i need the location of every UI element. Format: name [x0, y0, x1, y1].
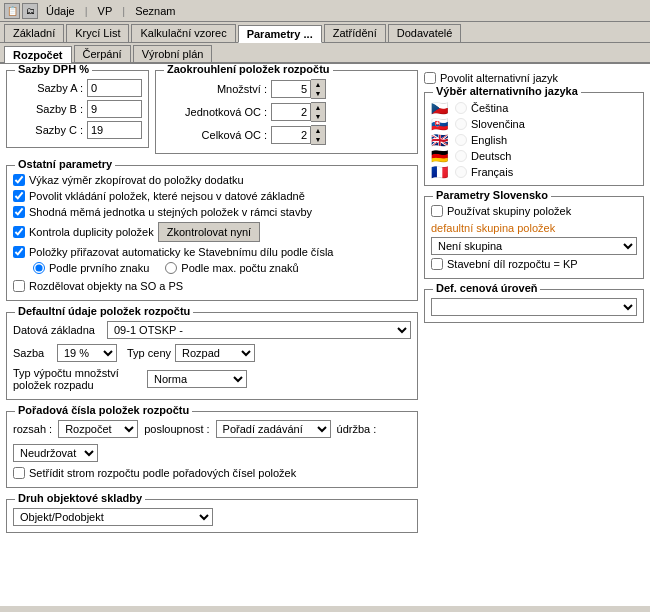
checkbox-vkladani-label: Povolit vkládání položek, které nejsou v…: [29, 190, 305, 202]
defaultni-skupina-select[interactable]: Není skupina: [431, 237, 637, 255]
lang-deutsch: 🇩🇪 Deutsch: [431, 149, 637, 163]
app-icon: 📋: [4, 3, 20, 19]
tab-cerpani[interactable]: Čerpání: [74, 45, 131, 62]
radio-english[interactable]: [455, 134, 467, 146]
checkbox-setridit[interactable]: [13, 467, 25, 479]
sazby-c-label: Sazby C :: [13, 124, 83, 136]
mnozstvi-down[interactable]: ▼: [311, 89, 325, 98]
poradova-cisla-group: Pořadová čísla položek rozpočtu rozsah :…: [6, 411, 418, 488]
tab-kryci-list[interactable]: Krycí List: [66, 24, 129, 42]
radio-slovencina[interactable]: [455, 118, 467, 130]
sazby-dph-group: Sazby DPH % Sazby A : Sazby B : Sazby C …: [6, 70, 149, 148]
celkova-oc-down[interactable]: ▼: [311, 135, 325, 144]
sazby-a-input[interactable]: [87, 79, 142, 97]
posloupnost-select[interactable]: Pořadí zadávání: [216, 420, 331, 438]
lang-english: 🇬🇧 English: [431, 133, 637, 147]
tab-bar-top: Základní Krycí List Kalkulační vzorec Pa…: [0, 22, 650, 43]
lang-english-label: English: [471, 134, 541, 146]
mnozstvi-spinner[interactable]: ▲ ▼: [271, 79, 326, 99]
radio-deutsch[interactable]: [455, 150, 467, 162]
checkbox-vykaz[interactable]: [13, 174, 25, 186]
datova-zakladna-label: Datová základna: [13, 324, 103, 336]
radio-cestina[interactable]: [455, 102, 467, 114]
tab-dodavatele[interactable]: Dodavatelé: [388, 24, 462, 42]
celkova-oc-label: Celková OC :: [162, 129, 267, 141]
checkbox-shodna-label: Shodná měmá jednotka u stejných položek …: [29, 206, 312, 218]
menu-item-seznam[interactable]: Seznam: [129, 3, 181, 19]
typ-ceny-label: Typ ceny: [127, 347, 171, 359]
sazby-c-input[interactable]: [87, 121, 142, 139]
menu-item-vp[interactable]: VP: [92, 3, 119, 19]
celkova-oc-input[interactable]: [271, 126, 311, 144]
jednotkova-oc-spinner[interactable]: ▲ ▼: [271, 102, 326, 122]
checkbox-vykaz-label: Výkaz výměr zkopírovat do položky dodatk…: [29, 174, 244, 186]
sazby-a-label: Sazby A :: [13, 82, 83, 94]
radio-prvni-label: Podle prvního znaku: [49, 262, 149, 274]
jednotkova-oc-down[interactable]: ▼: [311, 112, 325, 121]
radio-max-znaku[interactable]: [165, 262, 177, 274]
typ-vypoctu-select[interactable]: Norma: [147, 370, 247, 388]
radio-francais[interactable]: [455, 166, 467, 178]
menu-item-udaje[interactable]: Údaje: [40, 3, 81, 19]
jednotkova-oc-label: Jednotková OC :: [162, 106, 267, 118]
mnozstvi-up[interactable]: ▲: [311, 80, 325, 89]
def-cenova-select[interactable]: [431, 298, 637, 316]
lang-cestina-label: Čeština: [471, 102, 541, 114]
checkbox-skupiny-polozek[interactable]: [431, 205, 443, 217]
tab-zakladni[interactable]: Základní: [4, 24, 64, 42]
radio-max-label: Podle max. počtu znaků: [181, 262, 298, 274]
flag-de: 🇩🇪: [431, 150, 451, 162]
tab-kalkulacni-vzorec[interactable]: Kalkulační vzorec: [131, 24, 235, 42]
sazby-dph-title: Sazby DPH %: [15, 64, 92, 75]
rozsah-select[interactable]: Rozpočet: [58, 420, 138, 438]
checkbox-shodna[interactable]: [13, 206, 25, 218]
alternativni-jazyk-checkbox[interactable]: [424, 72, 436, 84]
flag-gb: 🇬🇧: [431, 134, 451, 146]
sazby-b-input[interactable]: [87, 100, 142, 118]
celkova-oc-spinner[interactable]: ▲ ▼: [271, 125, 326, 145]
datova-zakladna-select[interactable]: 09-1 OTSKP -: [107, 321, 411, 339]
lang-deutsch-label: Deutsch: [471, 150, 541, 162]
tab-zatrideni[interactable]: Zatřídění: [324, 24, 386, 42]
checkbox-duplicity[interactable]: [13, 226, 25, 238]
lang-slovencina-label: Slovenčina: [471, 118, 541, 130]
udrzba-select[interactable]: Neudržovat: [13, 444, 98, 462]
checkbox-polozky[interactable]: [13, 246, 25, 258]
jednotkova-oc-up[interactable]: ▲: [311, 103, 325, 112]
checkbox-so-label: Rozdělovat objekty na SO a PS: [29, 280, 183, 292]
typ-ceny-select[interactable]: Rozpad: [175, 344, 255, 362]
sep2: |: [120, 5, 127, 17]
sep1: |: [83, 5, 90, 17]
checkbox-stavebni-dil-label: Stavební díl rozpočtu = KP: [447, 258, 578, 270]
checkbox-vkladani[interactable]: [13, 190, 25, 202]
jednotkova-oc-input[interactable]: [271, 103, 311, 121]
def-cenova-title: Def. cenová úroveň: [433, 282, 540, 294]
zkontrolovat-button[interactable]: Zkontrolovat nyní: [158, 222, 260, 242]
checkbox-stavebni-dil[interactable]: [431, 258, 443, 270]
sazby-b-label: Sazby B :: [13, 103, 83, 115]
druh-objektove-select[interactable]: Objekt/Podobjekt: [13, 508, 213, 526]
zaokrouhleni-group: Zaokrouhlení položek rozpočtu Množství :…: [155, 70, 418, 154]
rozsah-label: rozsah :: [13, 423, 52, 435]
mnozstvi-input[interactable]: [271, 80, 311, 98]
celkova-oc-up[interactable]: ▲: [311, 126, 325, 135]
flag-sk: 🇸🇰: [431, 118, 451, 130]
checkbox-polozky-label: Položky přiřazovat automaticky ke Staveb…: [29, 246, 333, 258]
tab-parametry[interactable]: Parametry ...: [238, 25, 322, 43]
sazba-label: Sazba: [13, 347, 53, 359]
tab-rozpocet[interactable]: Rozpočet: [4, 46, 72, 63]
tab-vyrobni-plan[interactable]: Výrobní plán: [133, 45, 213, 62]
vybyr-jazyka-title: Výběr alternativního jazyka: [433, 85, 581, 97]
main-content: Sazby DPH % Sazby A : Sazby B : Sazby C …: [0, 64, 650, 606]
lang-slovencina: 🇸🇰 Slovenčina: [431, 117, 637, 131]
alternativni-jazyk-label: Povolit alternativní jazyk: [440, 72, 558, 84]
typ-vypoctu-label: Typ výpočtu množstvípoložek rozpadu: [13, 367, 143, 391]
radio-prvni-znak[interactable]: [33, 262, 45, 274]
mnozstvi-label: Množství :: [162, 83, 267, 95]
alternativni-jazyk-checkbox-row: Povolit alternativní jazyk: [424, 70, 644, 86]
checkbox-so-ps[interactable]: [13, 280, 25, 292]
sazba-select[interactable]: 19 %: [57, 344, 117, 362]
right-panel: Povolit alternativní jazyk Výběr alterna…: [424, 70, 644, 539]
druh-objektove-title: Druh objektové skladby: [15, 492, 145, 504]
checkbox-setridit-label: Setřídit strom rozpočtu podle pořadových…: [29, 467, 296, 479]
